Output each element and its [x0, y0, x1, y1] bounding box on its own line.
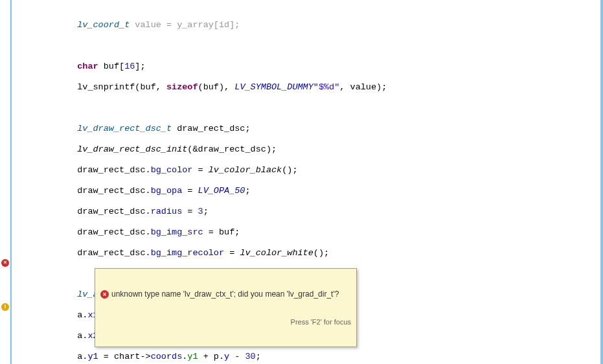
code-line[interactable]: draw_rect_dsc.bg_opa = LV_OPA_50;	[12, 185, 600, 196]
code-line[interactable]: lv_draw_rect_dsc_init(&draw_rect_dsc);	[12, 144, 600, 155]
code-line[interactable]: draw_rect_dsc.bg_img_recolor = lv_color_…	[12, 247, 600, 258]
error-icon	[100, 290, 109, 299]
code-line[interactable]: lv_snprintf(buf, sizeof(buf), LV_SYMBOL_…	[12, 82, 600, 93]
tooltip-message: unknown type name 'lv_draw_ctx_t'; did y…	[111, 290, 339, 299]
code-line[interactable]: lv_coord_t value = y_array[id];	[12, 19, 600, 30]
code-line[interactable]: char buf[16];	[12, 61, 600, 72]
code-line[interactable]: draw_rect_dsc.bg_color = lv_color_black(…	[12, 165, 600, 176]
error-tooltip[interactable]: unknown type name 'lv_draw_ctx_t'; did y…	[95, 268, 357, 347]
fade	[22, 360, 600, 364]
code-line[interactable]: draw_rect_dsc.bg_img_src = buf;	[12, 227, 600, 238]
code-line[interactable]: lv_draw_rect_dsc_t draw_rect_dsc;	[12, 123, 600, 134]
code-editor[interactable]: lv_coord_t value = y_array[id]; char buf…	[0, 0, 603, 364]
gutter	[0, 0, 10, 364]
code-line[interactable]	[12, 102, 600, 113]
code-line[interactable]	[12, 40, 600, 51]
error-icon[interactable]	[1, 259, 9, 267]
fade	[22, 0, 600, 4]
warning-icon[interactable]	[1, 303, 9, 311]
code-line[interactable]: draw_rect_dsc.radius = 3;	[12, 206, 600, 217]
code-area[interactable]: lv_coord_t value = y_array[id]; char buf…	[10, 0, 603, 364]
tooltip-hint: Press 'F2' for focus	[95, 318, 356, 328]
